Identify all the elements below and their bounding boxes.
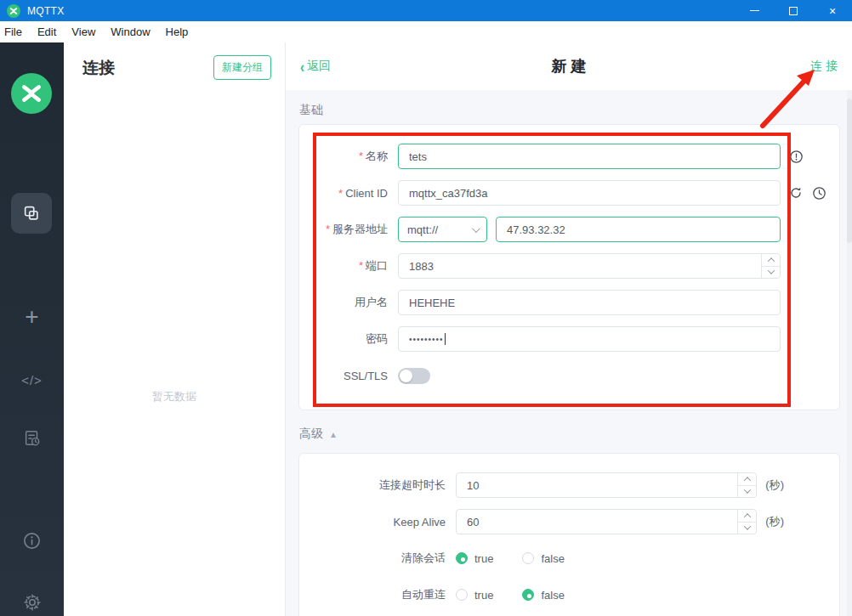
keepalive-input[interactable] (456, 509, 757, 534)
password-input[interactable]: ••••••••• (398, 326, 781, 352)
close-button[interactable]: × (813, 0, 852, 21)
close-icon: × (829, 4, 836, 18)
connect-button[interactable]: 连 接 (810, 59, 838, 74)
mqttx-logo-icon (7, 4, 20, 18)
auto-reconnect-radio-group: true false (456, 589, 565, 602)
sidebar-item-settings[interactable] (0, 590, 64, 615)
host-input[interactable] (496, 217, 781, 242)
page-title: 新 建 (286, 56, 852, 76)
scrollbar-thumb[interactable] (847, 99, 852, 243)
radio-option-false[interactable]: false (522, 589, 564, 602)
chevron-up-icon (744, 513, 751, 520)
text-cursor (445, 333, 446, 345)
password-label: 密码 (366, 332, 388, 345)
minimize-button[interactable] (735, 0, 774, 21)
chevron-down-icon (744, 523, 751, 530)
maximize-button[interactable] (774, 0, 813, 21)
menu-window[interactable]: Window (103, 25, 157, 38)
main-panel: ‹ 返回 新 建 连 接 基础 *名称 *Client ID (286, 42, 852, 616)
main-header: ‹ 返回 新 建 连 接 (286, 42, 852, 90)
host-label: 服务器地址 (332, 223, 388, 235)
chevron-down-icon (744, 487, 751, 494)
back-link[interactable]: ‹ 返回 (300, 59, 331, 74)
radio-option-true[interactable]: true (456, 589, 493, 602)
stepper-up-button[interactable] (738, 473, 756, 486)
timeout-stepper (737, 473, 756, 497)
connections-title: 连接 (82, 57, 115, 79)
collapse-icon[interactable]: ▲ (329, 430, 338, 439)
plus-icon: + (25, 303, 38, 331)
protocol-select[interactable]: mqtt:// (398, 217, 487, 242)
username-row: 用户名 (316, 290, 839, 315)
clean-session-row: 清除会话 true false (316, 545, 839, 571)
radio-option-false[interactable]: false (522, 552, 564, 565)
connections-panel: 连接 新建分组 暂无数据 (64, 42, 286, 616)
radio-icon (456, 552, 468, 564)
radio-icon (522, 552, 534, 564)
keepalive-unit: (秒) (765, 514, 784, 529)
port-input[interactable] (398, 253, 781, 279)
back-label: 返回 (307, 59, 331, 74)
password-row: 密码 ••••••••• (316, 326, 839, 352)
ssl-label: SSL/TLS (344, 370, 388, 382)
stepper-up-button[interactable] (738, 510, 756, 523)
sidebar-item-new-connection[interactable]: + (0, 302, 64, 331)
clean-session-radio-group: true false (456, 552, 565, 565)
required-mark: * (338, 187, 343, 200)
empty-state-text: 暂无数据 (64, 389, 285, 404)
auto-reconnect-label: 自动重连 (401, 588, 446, 601)
gear-icon (22, 592, 43, 613)
client-id-input[interactable] (398, 180, 781, 206)
sidebar-item-script[interactable]: </> (0, 369, 64, 391)
name-label: 名称 (366, 150, 388, 162)
required-mark: * (359, 150, 363, 162)
history-clock-icon[interactable] (812, 186, 826, 201)
menu-help[interactable]: Help (158, 25, 196, 38)
scrollbar (847, 90, 852, 616)
port-row: *端口 (316, 253, 839, 279)
window-title: MQTTX (27, 5, 65, 17)
sidebar-item-about[interactable] (0, 528, 64, 552)
port-label: 端口 (366, 259, 388, 272)
log-icon (23, 429, 42, 448)
radio-option-true[interactable]: true (456, 552, 493, 565)
sidebar: + </> (0, 42, 64, 616)
menubar: File Edit View Window Help (0, 21, 852, 42)
keepalive-row: Keep Alive (秒) (316, 509, 839, 534)
keepalive-label: Keep Alive (394, 516, 446, 528)
advanced-section-title: 高级 ▲ (299, 427, 338, 442)
stepper-up-button[interactable] (762, 254, 780, 267)
client-id-row: *Client ID (316, 180, 839, 206)
ssl-toggle[interactable] (398, 368, 430, 384)
port-stepper (761, 254, 780, 278)
timeout-input[interactable] (456, 472, 757, 498)
sidebar-item-log[interactable] (0, 427, 64, 450)
connections-icon (22, 204, 41, 223)
stepper-down-button[interactable] (738, 523, 756, 534)
password-masked-value: ••••••••• (409, 335, 444, 344)
menu-view[interactable]: View (64, 25, 103, 38)
window-controls: × (735, 0, 852, 21)
sidebar-item-connections[interactable] (11, 193, 52, 234)
timeout-label: 连接超时时长 (379, 478, 446, 491)
chevron-left-icon: ‹ (300, 58, 304, 75)
info-icon (22, 531, 42, 551)
required-mark: * (326, 223, 330, 235)
chevron-up-icon (767, 257, 774, 264)
toggle-knob (400, 370, 412, 382)
username-input[interactable] (398, 290, 781, 315)
stepper-down-button[interactable] (762, 267, 780, 279)
menu-file[interactable]: File (0, 25, 30, 38)
new-group-button[interactable]: 新建分组 (213, 55, 271, 80)
radio-icon (456, 589, 468, 601)
required-mark: * (359, 259, 363, 272)
advanced-card: 连接超时时长 (秒) Keep Alive (298, 453, 840, 616)
stepper-down-button[interactable] (738, 486, 756, 498)
refresh-icon[interactable] (789, 186, 803, 200)
name-input[interactable] (398, 144, 781, 169)
menu-edit[interactable]: Edit (30, 25, 64, 38)
chevron-up-icon (744, 477, 751, 483)
clean-session-label: 清除会话 (401, 551, 446, 564)
minimize-icon (750, 10, 759, 11)
code-icon: </> (21, 373, 43, 387)
